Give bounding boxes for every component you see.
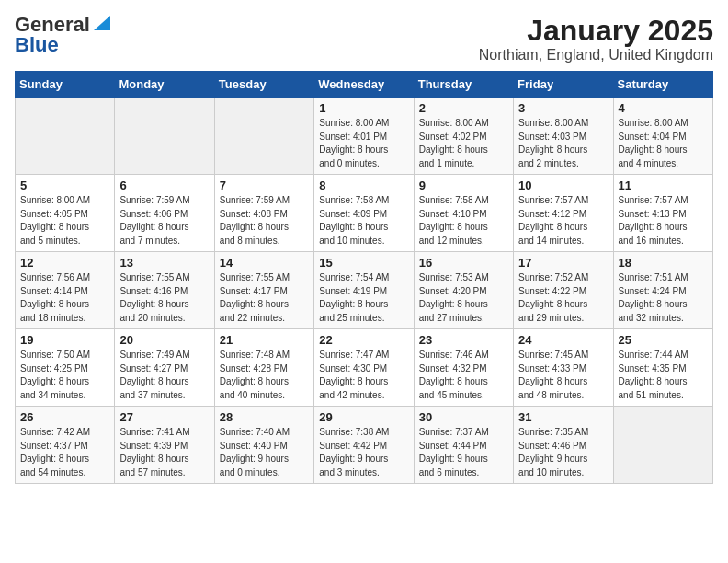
calendar-day-cell: 10Sunrise: 7:57 AMSunset: 4:12 PMDayligh… bbox=[514, 175, 613, 252]
calendar-day-cell: 15Sunrise: 7:54 AMSunset: 4:19 PMDayligh… bbox=[314, 252, 414, 329]
day-number: 17 bbox=[518, 256, 608, 270]
weekday-header: Tuesday bbox=[214, 72, 313, 98]
weekday-header: Friday bbox=[514, 72, 613, 98]
day-info: Sunrise: 7:47 AMSunset: 4:30 PMDaylight:… bbox=[319, 349, 408, 402]
day-info: Sunrise: 8:00 AMSunset: 4:04 PMDaylight:… bbox=[619, 117, 708, 170]
page-subtitle: Northiam, England, United Kingdom bbox=[479, 47, 713, 63]
day-number: 22 bbox=[319, 333, 408, 347]
day-number: 1 bbox=[319, 101, 408, 115]
day-number: 4 bbox=[619, 101, 708, 115]
day-number: 28 bbox=[220, 410, 309, 424]
day-info: Sunrise: 7:38 AMSunset: 4:42 PMDaylight:… bbox=[319, 426, 408, 479]
calendar-day-cell: 12Sunrise: 7:56 AMSunset: 4:14 PMDayligh… bbox=[16, 252, 115, 329]
calendar-day-cell: 21Sunrise: 7:48 AMSunset: 4:28 PMDayligh… bbox=[214, 329, 313, 407]
day-number: 25 bbox=[619, 333, 708, 347]
calendar-day-cell: 1Sunrise: 8:00 AMSunset: 4:01 PMDaylight… bbox=[314, 98, 414, 175]
calendar-table: SundayMondayTuesdayWednesdayThursdayFrid… bbox=[15, 71, 713, 484]
day-info: Sunrise: 7:48 AMSunset: 4:28 PMDaylight:… bbox=[220, 349, 309, 402]
calendar-day-cell bbox=[16, 98, 115, 175]
calendar-day-cell: 6Sunrise: 7:59 AMSunset: 4:06 PMDaylight… bbox=[115, 175, 214, 252]
title-block: January 2025 Northiam, England, United K… bbox=[479, 15, 713, 63]
day-info: Sunrise: 7:57 AMSunset: 4:13 PMDaylight:… bbox=[619, 194, 708, 247]
calendar-day-cell: 2Sunrise: 8:00 AMSunset: 4:02 PMDaylight… bbox=[414, 98, 513, 175]
day-info: Sunrise: 7:35 AMSunset: 4:46 PMDaylight:… bbox=[518, 426, 608, 479]
day-number: 6 bbox=[119, 178, 209, 192]
day-info: Sunrise: 7:59 AMSunset: 4:06 PMDaylight:… bbox=[119, 194, 209, 247]
day-number: 7 bbox=[220, 178, 309, 192]
day-number: 29 bbox=[319, 410, 408, 424]
day-info: Sunrise: 7:41 AMSunset: 4:39 PMDaylight:… bbox=[119, 426, 209, 479]
day-number: 13 bbox=[119, 256, 209, 270]
calendar-day-cell: 26Sunrise: 7:42 AMSunset: 4:37 PMDayligh… bbox=[16, 407, 115, 484]
calendar-day-cell: 14Sunrise: 7:55 AMSunset: 4:17 PMDayligh… bbox=[214, 252, 313, 329]
calendar-day-cell bbox=[115, 98, 214, 175]
day-number: 23 bbox=[419, 333, 508, 347]
page-title: January 2025 bbox=[479, 15, 713, 47]
calendar-day-cell: 7Sunrise: 7:59 AMSunset: 4:08 PMDaylight… bbox=[214, 175, 313, 252]
day-number: 31 bbox=[518, 410, 608, 424]
calendar-day-cell: 20Sunrise: 7:49 AMSunset: 4:27 PMDayligh… bbox=[115, 329, 214, 407]
logo-general: General bbox=[15, 15, 90, 35]
weekday-header: Sunday bbox=[16, 72, 115, 98]
calendar-day-cell: 4Sunrise: 8:00 AMSunset: 4:04 PMDaylight… bbox=[613, 98, 712, 175]
day-number: 12 bbox=[20, 256, 109, 270]
calendar-day-cell: 13Sunrise: 7:55 AMSunset: 4:16 PMDayligh… bbox=[115, 252, 214, 329]
calendar-week-row: 1Sunrise: 8:00 AMSunset: 4:01 PMDaylight… bbox=[16, 98, 713, 175]
page-header: General Blue January 2025 Northiam, Engl… bbox=[15, 15, 713, 63]
day-info: Sunrise: 7:37 AMSunset: 4:44 PMDaylight:… bbox=[419, 426, 508, 479]
day-number: 9 bbox=[419, 178, 508, 192]
day-number: 24 bbox=[518, 333, 608, 347]
day-number: 8 bbox=[319, 178, 408, 192]
weekday-header: Wednesday bbox=[314, 72, 414, 98]
day-number: 18 bbox=[619, 256, 708, 270]
day-info: Sunrise: 7:51 AMSunset: 4:24 PMDaylight:… bbox=[619, 271, 708, 325]
calendar-header-row: SundayMondayTuesdayWednesdayThursdayFrid… bbox=[16, 72, 713, 98]
day-info: Sunrise: 7:52 AMSunset: 4:22 PMDaylight:… bbox=[518, 271, 608, 325]
day-info: Sunrise: 7:58 AMSunset: 4:09 PMDaylight:… bbox=[319, 194, 408, 247]
day-info: Sunrise: 7:50 AMSunset: 4:25 PMDaylight:… bbox=[20, 349, 109, 402]
calendar-day-cell: 29Sunrise: 7:38 AMSunset: 4:42 PMDayligh… bbox=[314, 407, 414, 484]
day-info: Sunrise: 8:00 AMSunset: 4:01 PMDaylight:… bbox=[319, 117, 408, 170]
calendar-day-cell: 9Sunrise: 7:58 AMSunset: 4:10 PMDaylight… bbox=[414, 175, 513, 252]
calendar-week-row: 5Sunrise: 8:00 AMSunset: 4:05 PMDaylight… bbox=[16, 175, 713, 252]
day-number: 14 bbox=[220, 256, 309, 270]
calendar-day-cell: 24Sunrise: 7:45 AMSunset: 4:33 PMDayligh… bbox=[514, 329, 613, 407]
day-info: Sunrise: 7:44 AMSunset: 4:35 PMDaylight:… bbox=[619, 349, 708, 402]
svg-marker-0 bbox=[94, 16, 110, 30]
day-number: 2 bbox=[419, 101, 508, 115]
day-info: Sunrise: 8:00 AMSunset: 4:02 PMDaylight:… bbox=[419, 117, 508, 170]
day-info: Sunrise: 7:57 AMSunset: 4:12 PMDaylight:… bbox=[518, 194, 608, 247]
day-number: 20 bbox=[119, 333, 209, 347]
calendar-day-cell: 16Sunrise: 7:53 AMSunset: 4:20 PMDayligh… bbox=[414, 252, 513, 329]
day-info: Sunrise: 7:42 AMSunset: 4:37 PMDaylight:… bbox=[20, 426, 109, 479]
logo: General Blue bbox=[15, 15, 110, 55]
day-info: Sunrise: 8:00 AMSunset: 4:05 PMDaylight:… bbox=[20, 194, 109, 247]
day-info: Sunrise: 7:55 AMSunset: 4:17 PMDaylight:… bbox=[220, 271, 309, 325]
day-info: Sunrise: 7:54 AMSunset: 4:19 PMDaylight:… bbox=[319, 271, 408, 325]
weekday-header: Monday bbox=[115, 72, 214, 98]
calendar-day-cell bbox=[613, 407, 712, 484]
calendar-day-cell: 19Sunrise: 7:50 AMSunset: 4:25 PMDayligh… bbox=[16, 329, 115, 407]
day-info: Sunrise: 7:56 AMSunset: 4:14 PMDaylight:… bbox=[20, 271, 109, 325]
calendar-day-cell: 11Sunrise: 7:57 AMSunset: 4:13 PMDayligh… bbox=[613, 175, 712, 252]
day-info: Sunrise: 7:59 AMSunset: 4:08 PMDaylight:… bbox=[220, 194, 309, 247]
calendar-day-cell bbox=[214, 98, 313, 175]
calendar-day-cell: 31Sunrise: 7:35 AMSunset: 4:46 PMDayligh… bbox=[514, 407, 613, 484]
day-number: 16 bbox=[419, 256, 508, 270]
calendar-day-cell: 30Sunrise: 7:37 AMSunset: 4:44 PMDayligh… bbox=[414, 407, 513, 484]
day-number: 26 bbox=[20, 410, 109, 424]
day-number: 11 bbox=[619, 178, 708, 192]
weekday-header: Saturday bbox=[613, 72, 712, 98]
calendar-week-row: 19Sunrise: 7:50 AMSunset: 4:25 PMDayligh… bbox=[16, 329, 713, 407]
day-number: 27 bbox=[119, 410, 209, 424]
day-info: Sunrise: 7:45 AMSunset: 4:33 PMDaylight:… bbox=[518, 349, 608, 402]
calendar-week-row: 26Sunrise: 7:42 AMSunset: 4:37 PMDayligh… bbox=[16, 407, 713, 484]
weekday-header: Thursday bbox=[414, 72, 513, 98]
day-number: 19 bbox=[20, 333, 109, 347]
day-info: Sunrise: 7:55 AMSunset: 4:16 PMDaylight:… bbox=[119, 271, 209, 325]
calendar-day-cell: 17Sunrise: 7:52 AMSunset: 4:22 PMDayligh… bbox=[514, 252, 613, 329]
calendar-day-cell: 5Sunrise: 8:00 AMSunset: 4:05 PMDaylight… bbox=[16, 175, 115, 252]
calendar-day-cell: 25Sunrise: 7:44 AMSunset: 4:35 PMDayligh… bbox=[613, 329, 712, 407]
logo-blue: Blue bbox=[15, 33, 59, 56]
day-number: 30 bbox=[419, 410, 508, 424]
